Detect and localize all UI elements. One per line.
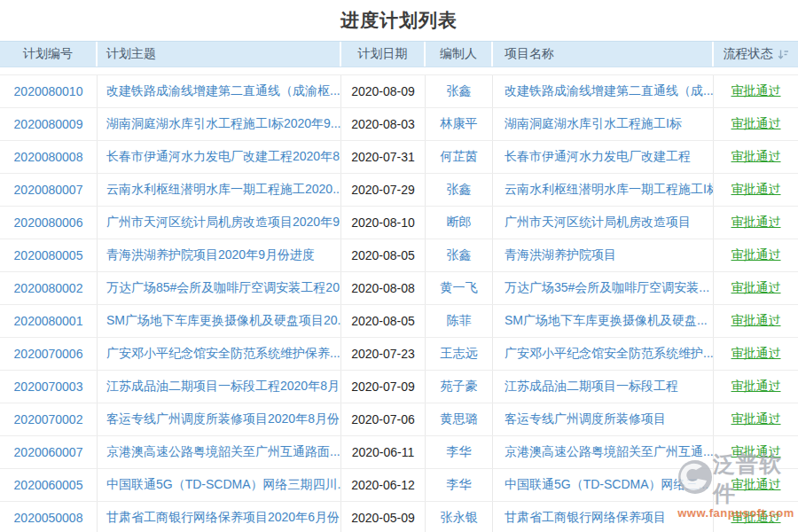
project-name-link[interactable]: 广安邓小平纪念馆安全防范系统维护...	[505, 346, 714, 362]
cell-plan-number: 2020070002	[0, 403, 98, 435]
plan-subject-link[interactable]: 改建铁路成渝线增建第二直通线（成渝枢...	[106, 83, 340, 99]
plan-subject-link[interactable]: 长春市伊通河水力发电厂改建工程2020年8...	[106, 149, 341, 165]
plan-date-text: 2020-08-08	[351, 281, 415, 295]
plan-subject-link[interactable]: 湖南洞庭湖水库引水工程施工I标2020年9...	[106, 116, 341, 132]
column-header-plan-date: 计划日期	[341, 42, 426, 66]
status-approved-link[interactable]: 审批通过	[732, 477, 781, 493]
author-link[interactable]: 李华	[447, 477, 472, 493]
plan-subject-link[interactable]: 广安邓小平纪念馆安全防范系统维护保养...	[106, 346, 340, 362]
author-link[interactable]: 张鑫	[447, 83, 472, 99]
project-name-link[interactable]: 万达广场35#会所及咖啡厅空调安装...	[505, 280, 709, 296]
plan-number-link[interactable]: 2020070002	[14, 412, 83, 426]
cell-plan-subject: SM广场地下车库更换摄像机及硬盘项目20...	[98, 305, 341, 337]
author-link[interactable]: 林康平	[441, 116, 478, 132]
author-link[interactable]: 李华	[447, 444, 472, 460]
cell-plan-number: 2020080001	[0, 305, 98, 337]
plan-number-link[interactable]: 2020080010	[14, 84, 83, 98]
status-approved-link[interactable]: 审批通过	[732, 510, 781, 526]
plan-subject-link[interactable]: 云南水利枢纽潜明水库一期工程施工2020...	[106, 182, 341, 198]
table-row: 2020080009 湖南洞庭湖水库引水工程施工I标2020年9... 2020…	[0, 108, 798, 141]
cell-plan-date: 2020-06-12	[341, 469, 426, 501]
cell-plan-date: 2020-07-29	[341, 174, 426, 206]
plan-number-link[interactable]: 2020060007	[14, 445, 83, 459]
author-link[interactable]: 何芷茵	[441, 149, 478, 165]
plan-number-link[interactable]: 2020070006	[14, 347, 83, 361]
cell-plan-number: 2020060005	[0, 469, 98, 501]
plan-number-link[interactable]: 2020080002	[14, 281, 83, 295]
plan-subject-link[interactable]: 万达广场85#会所及咖啡厅空调安装工程20...	[106, 280, 341, 296]
status-approved-link[interactable]: 审批通过	[732, 116, 781, 132]
project-name-link[interactable]: 中国联通5G（TD-SCDMA）网络三...	[505, 477, 708, 493]
status-approved-link[interactable]: 审批通过	[732, 182, 781, 198]
plan-subject-link[interactable]: 客运专线广州调度所装修项目2020年8月份...	[106, 411, 341, 427]
author-link[interactable]: 王志远	[441, 346, 478, 362]
project-name-link[interactable]: 广州市天河区统计局机房改造项目	[505, 215, 691, 231]
status-approved-link[interactable]: 审批通过	[732, 215, 781, 231]
page-title: 进度计划列表	[340, 8, 458, 33]
project-name-link[interactable]: 京港澳高速公路粤境韶关至广州互通...	[505, 444, 714, 460]
project-name-link[interactable]: 青海洪湖养护院项目	[505, 247, 616, 263]
project-name-link[interactable]: SM广场地下车库更换摄像机及硬盘...	[505, 313, 708, 329]
column-header-project-name: 项目名称	[493, 42, 714, 66]
cell-project-name: 广州市天河区统计局机房改造项目	[493, 207, 714, 239]
cell-plan-date: 2020-08-05	[341, 305, 426, 337]
status-approved-link[interactable]: 审批通过	[732, 379, 781, 395]
project-name-link[interactable]: 湖南洞庭湖水库引水工程施工I标	[505, 116, 682, 132]
cell-plan-date: 2020-07-06	[341, 403, 426, 435]
plan-subject-link[interactable]: 江苏成品油二期项目一标段工程2020年8月...	[106, 379, 341, 395]
project-name-link[interactable]: 江苏成品油二期项目一标段工程	[505, 379, 678, 395]
cell-plan-number: 2020080008	[0, 141, 98, 173]
status-approved-link[interactable]: 审批通过	[732, 280, 781, 296]
cell-plan-date: 2020-06-11	[341, 436, 426, 468]
plan-number-link[interactable]: 2020050008	[14, 511, 83, 525]
project-name-link[interactable]: 客运专线广州调度所装修项目	[505, 411, 666, 427]
cell-plan-date: 2020-07-23	[341, 338, 426, 370]
plan-number-link[interactable]: 2020060005	[14, 478, 83, 492]
cell-status: 审批通过	[714, 502, 798, 532]
cell-project-name: 长春市伊通河水力发电厂改建工程	[493, 141, 714, 173]
plan-subject-link[interactable]: 青海洪湖养护院项目2020年9月份进度	[106, 247, 315, 263]
author-link[interactable]: 断郎	[447, 215, 472, 231]
status-approved-link[interactable]: 审批通过	[732, 313, 781, 329]
author-link[interactable]: 张鑫	[447, 247, 472, 263]
author-link[interactable]: 陈菲	[447, 313, 472, 329]
status-approved-link[interactable]: 审批通过	[732, 149, 781, 165]
plan-subject-link[interactable]: SM广场地下车库更换摄像机及硬盘项目20...	[106, 313, 341, 329]
plan-subject-link[interactable]: 中国联通5G（TD-SCDMA）网络三期四川...	[106, 477, 341, 493]
project-name-link[interactable]: 改建铁路成渝线增建第二直通线（成...	[505, 83, 714, 99]
cell-author: 张鑫	[426, 239, 493, 271]
table-row: 2020080002 万达广场85#会所及咖啡厅空调安装工程20... 2020…	[0, 272, 798, 305]
project-name-link[interactable]: 甘肃省工商银行网络保养项目	[505, 510, 666, 526]
sort-descending-icon[interactable]	[778, 49, 789, 60]
author-link[interactable]: 黄思璐	[441, 411, 478, 427]
status-approved-link[interactable]: 审批通过	[732, 346, 781, 362]
plan-number-link[interactable]: 2020080005	[14, 248, 83, 262]
author-link[interactable]: 张鑫	[447, 182, 472, 198]
plan-subject-link[interactable]: 广州市天河区统计局机房改造项目2020年9...	[106, 215, 341, 231]
table-row: 2020080001 SM广场地下车库更换摄像机及硬盘项目20... 2020-…	[0, 305, 798, 338]
cell-plan-date: 2020-08-09	[341, 75, 426, 107]
cell-plan-subject: 中国联通5G（TD-SCDMA）网络三期四川...	[98, 469, 341, 501]
plan-number-link[interactable]: 2020080008	[14, 150, 83, 164]
author-link[interactable]: 张永银	[441, 510, 478, 526]
plan-date-text: 2020-06-11	[352, 445, 415, 459]
plan-number-link[interactable]: 2020070003	[14, 379, 83, 394]
project-name-link[interactable]: 云南水利枢纽潜明水库一期工程施工I标	[505, 182, 714, 198]
status-approved-link[interactable]: 审批通过	[732, 83, 781, 99]
plan-subject-link[interactable]: 京港澳高速公路粤境韶关至广州互通路面...	[106, 444, 340, 460]
plan-number-link[interactable]: 2020080006	[14, 215, 83, 230]
column-header-status[interactable]: 流程状态	[714, 42, 798, 66]
status-approved-link[interactable]: 审批通过	[732, 444, 781, 460]
author-link[interactable]: 苑子豪	[441, 379, 478, 395]
status-approved-link[interactable]: 审批通过	[732, 411, 781, 427]
cell-status: 审批通过	[714, 239, 798, 271]
plan-subject-link[interactable]: 甘肃省工商银行网络保养项目2020年6月份...	[106, 510, 341, 526]
cell-status: 审批通过	[714, 207, 798, 239]
plan-date-text: 2020-08-05	[351, 248, 415, 262]
project-name-link[interactable]: 长春市伊通河水力发电厂改建工程	[505, 149, 691, 165]
plan-number-link[interactable]: 2020080009	[14, 117, 83, 131]
author-link[interactable]: 黄一飞	[441, 280, 478, 296]
plan-number-link[interactable]: 2020080007	[14, 183, 83, 197]
status-approved-link[interactable]: 审批通过	[732, 247, 781, 263]
plan-number-link[interactable]: 2020080001	[14, 314, 83, 328]
